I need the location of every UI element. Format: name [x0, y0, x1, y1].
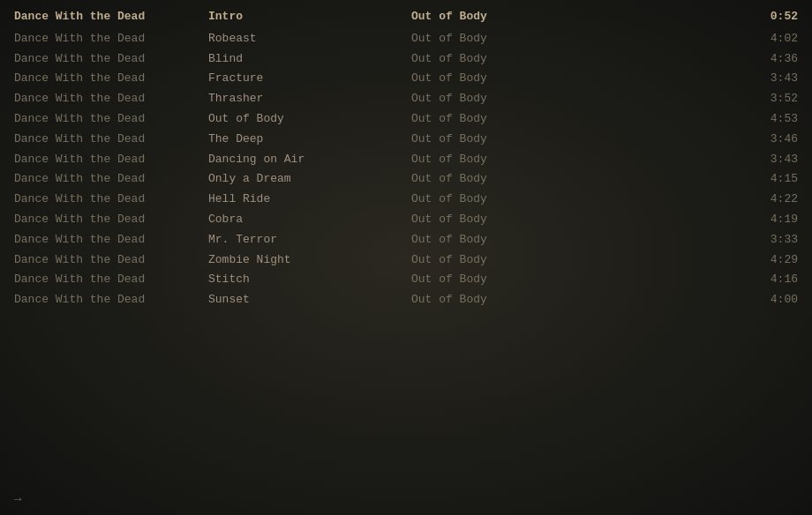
track-album: Out of Body: [411, 30, 588, 49]
track-album: Out of Body: [411, 110, 588, 129]
track-duration: 3:43: [588, 151, 798, 169]
track-artist: Dance With the Dead: [14, 211, 208, 229]
track-album: Out of Body: [411, 211, 588, 229]
track-duration: 4:29: [588, 251, 798, 270]
table-row[interactable]: Dance With the Dead Blind Out of Body 4:…: [0, 49, 812, 70]
track-title: Stitch: [208, 271, 411, 289]
track-duration: 3:46: [588, 131, 798, 149]
track-artist: Dance With the Dead: [14, 70, 208, 88]
table-row[interactable]: Dance With the Dead Stitch Out of Body 4…: [0, 270, 812, 290]
bottom-arrow: →: [14, 492, 21, 506]
track-title: Dancing on Air: [208, 151, 411, 169]
track-title: Robeast: [208, 30, 411, 49]
track-artist: Dance With the Dead: [14, 110, 208, 129]
track-duration: 3:33: [588, 231, 798, 250]
table-row[interactable]: Dance With the Dead Thrasher Out of Body…: [0, 89, 812, 109]
track-artist: Dance With the Dead: [14, 170, 208, 189]
track-artist: Dance With the Dead: [14, 50, 208, 69]
table-row[interactable]: Dance With the Dead Cobra Out of Body 4:…: [0, 210, 812, 230]
track-title: Sunset: [208, 291, 411, 310]
track-title: Hell Ride: [208, 190, 411, 209]
track-list-header: Dance With the Dead Intro Out of Body 0:…: [0, 7, 812, 27]
table-row[interactable]: Dance With the Dead The Deep Out of Body…: [0, 130, 812, 150]
track-title: Out of Body: [208, 110, 411, 129]
track-album: Out of Body: [411, 170, 588, 189]
track-album: Out of Body: [411, 131, 588, 149]
track-duration: 4:53: [588, 110, 798, 129]
header-artist: Dance With the Dead: [14, 8, 208, 26]
track-list: Dance With the Dead Intro Out of Body 0:…: [0, 0, 812, 317]
header-title: Intro: [208, 8, 411, 26]
table-row[interactable]: Dance With the Dead Zombie Night Out of …: [0, 250, 812, 271]
track-duration: 4:15: [588, 170, 798, 189]
track-title: Only a Dream: [208, 170, 411, 189]
track-artist: Dance With the Dead: [14, 190, 208, 209]
track-title: Fracture: [208, 70, 411, 88]
header-album: Out of Body: [411, 8, 588, 26]
track-title: Cobra: [208, 211, 411, 229]
track-duration: 3:52: [588, 90, 798, 108]
track-album: Out of Body: [411, 271, 588, 289]
track-artist: Dance With the Dead: [14, 291, 208, 310]
table-row[interactable]: Dance With the Dead Mr. Terror Out of Bo…: [0, 230, 812, 250]
track-artist: Dance With the Dead: [14, 271, 208, 289]
track-duration: 4:19: [588, 211, 798, 229]
track-duration: 4:36: [588, 50, 798, 69]
track-artist: Dance With the Dead: [14, 90, 208, 108]
track-artist: Dance With the Dead: [14, 30, 208, 49]
track-duration: 4:22: [588, 190, 798, 209]
track-artist: Dance With the Dead: [14, 131, 208, 149]
table-row[interactable]: Dance With the Dead Dancing on Air Out o…: [0, 150, 812, 170]
table-row[interactable]: Dance With the Dead Sunset Out of Body 4…: [0, 290, 812, 310]
track-album: Out of Body: [411, 231, 588, 250]
track-title: Thrasher: [208, 90, 411, 108]
table-row[interactable]: Dance With the Dead Hell Ride Out of Bod…: [0, 190, 812, 210]
track-album: Out of Body: [411, 151, 588, 169]
track-duration: 4:16: [588, 271, 798, 289]
header-duration: 0:52: [588, 8, 798, 26]
track-artist: Dance With the Dead: [14, 231, 208, 250]
track-album: Out of Body: [411, 251, 588, 270]
track-album: Out of Body: [411, 70, 588, 88]
track-album: Out of Body: [411, 291, 588, 310]
table-row[interactable]: Dance With the Dead Robeast Out of Body …: [0, 29, 812, 49]
track-duration: 3:43: [588, 70, 798, 88]
track-album: Out of Body: [411, 50, 588, 69]
track-duration: 4:00: [588, 291, 798, 310]
track-title: Blind: [208, 50, 411, 69]
track-album: Out of Body: [411, 190, 588, 209]
table-row[interactable]: Dance With the Dead Fracture Out of Body…: [0, 69, 812, 89]
track-artist: Dance With the Dead: [14, 251, 208, 270]
table-row[interactable]: Dance With the Dead Only a Dream Out of …: [0, 169, 812, 190]
track-title: The Deep: [208, 131, 411, 149]
track-title: Mr. Terror: [208, 231, 411, 250]
track-title: Zombie Night: [208, 251, 411, 270]
track-duration: 4:02: [588, 30, 798, 49]
track-album: Out of Body: [411, 90, 588, 108]
track-artist: Dance With the Dead: [14, 151, 208, 169]
table-row[interactable]: Dance With the Dead Out of Body Out of B…: [0, 109, 812, 130]
